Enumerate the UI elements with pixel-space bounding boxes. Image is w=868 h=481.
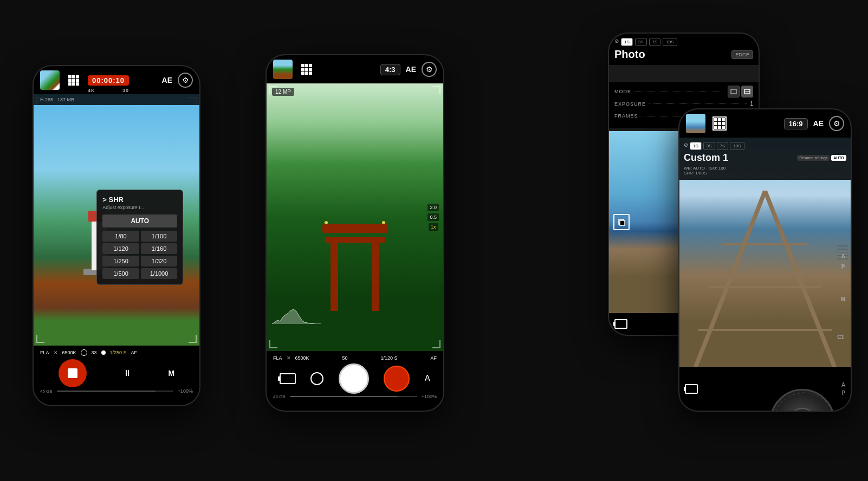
shr-option-3[interactable]: 1/120 <box>102 243 139 254</box>
video-controls-bottom: FLA ✕ 6500K 33 1/250 S AF ⏸ M <box>34 346 199 405</box>
timer-7s-btn[interactable]: 7S <box>649 38 661 46</box>
frame-icon-3[interactable] <box>614 319 627 329</box>
codec-text: H.265 <box>40 97 53 102</box>
mode-icons <box>728 86 753 98</box>
zoom-val-1[interactable]: 2.0 <box>427 204 439 211</box>
bottom-info-bar-1: FLA ✕ 6500K 33 1/250 S AF <box>34 346 199 360</box>
zoom-val-active[interactable]: 1x <box>429 223 438 231</box>
shr-option-5[interactable]: 1/250 <box>102 256 139 266</box>
record-button-1[interactable] <box>59 359 87 387</box>
storage-text-1: 45 GB <box>40 389 53 394</box>
grid-toggle-4[interactable] <box>711 115 728 132</box>
interval-header: ⊘ 1S 3S 7S 10S Photo EDGE <box>609 34 759 65</box>
photo-controls-bottom: FLA ✕ 6500K 50 1/120 S AF A <box>267 351 443 411</box>
thumbnail-preview-1[interactable] <box>40 70 60 90</box>
mode-label-c1: C1 <box>837 334 844 340</box>
c-timer-7s[interactable]: 7S <box>717 142 729 150</box>
main-scene: 00:00:10 4K 30 AE ⚙ H.265 137 MB <box>0 0 868 481</box>
shr-auto-btn[interactable]: AUTO <box>102 214 177 227</box>
shr-option-6[interactable]: 1/320 <box>141 256 178 266</box>
wb-label-2: 6500K <box>295 355 309 361</box>
interval-null-icon[interactable]: ⊘ <box>614 38 619 46</box>
storage-bar-1: 45 GB +100% <box>34 387 199 395</box>
ae-button-1[interactable]: AE <box>162 76 172 84</box>
photo-action-icons: A <box>267 365 443 392</box>
viewfinder-2[interactable]: 12 MP 2.0 0.5 1x <box>267 83 443 351</box>
right-labels: A P <box>841 382 845 396</box>
main-dial-wheel[interactable] <box>770 389 835 411</box>
vf2-corner-tr <box>432 86 441 94</box>
shr-option-7[interactable]: 1/500 <box>102 268 139 279</box>
shr-option-8[interactable]: 1/1000 <box>141 268 178 279</box>
resume-badge[interactable]: Resume settings <box>797 155 830 161</box>
shr-option-1[interactable]: 1/80 <box>102 231 139 242</box>
storage-text-2: 45 GB <box>273 394 286 399</box>
interval-title-row: Photo EDGE <box>614 48 753 61</box>
iso-label-2: 50 <box>342 355 348 361</box>
thumbnail-preview-2[interactable] <box>273 60 293 79</box>
vf2-corner-tl <box>269 86 277 94</box>
interval-title: Photo <box>614 48 645 61</box>
vf2-corner-bl <box>269 340 277 348</box>
mode-m-button-1[interactable]: M <box>169 369 175 378</box>
exposure-label: EXPOSURE <box>614 101 646 107</box>
c-timer-1s[interactable]: 1S <box>690 142 702 150</box>
focus-dot-1 <box>325 221 328 224</box>
photo-header: 4:3 AE ⚙ <box>267 55 443 83</box>
mode-label: MODE <box>614 89 631 94</box>
histogram-container <box>272 305 321 324</box>
zoom-val-2[interactable]: 0.5 <box>427 213 439 221</box>
right-label-a: A <box>841 382 845 388</box>
c-timer-10s[interactable]: 10S <box>730 142 744 150</box>
shutter-label-2: 1/120 S <box>381 355 398 361</box>
timer-3s-btn[interactable]: 3S <box>635 38 647 46</box>
custom-title: Custom 1 <box>684 152 728 164</box>
record-button-2[interactable] <box>384 366 410 392</box>
mode-icon-1[interactable] <box>728 86 740 98</box>
grid-toggle-2[interactable] <box>298 61 315 78</box>
pause-button-1[interactable]: ⏸ <box>123 368 132 378</box>
viewfinder-1[interactable]: > SHR Adjust exposure t... AUTO 1/80 1/1… <box>34 94 199 346</box>
timer-10s-btn[interactable]: 10S <box>663 38 677 46</box>
storage-plus-1: +100% <box>178 388 193 394</box>
settings-button-1[interactable]: ⚙ <box>178 73 193 88</box>
compass-icon[interactable] <box>310 372 323 385</box>
mode-icon-2[interactable] <box>741 86 753 98</box>
thumbnail-preview-4[interactable] <box>686 114 705 133</box>
edge-badge: EDGE <box>731 50 753 59</box>
ae-button-4[interactable]: AE <box>813 119 824 128</box>
frame-mode-icon[interactable] <box>280 373 296 384</box>
storage-fill-2 <box>290 396 398 397</box>
right-label-p: P <box>841 390 845 396</box>
ae-button-2[interactable]: AE <box>406 65 416 74</box>
custom-viewfinder[interactable]: ⊘ 1S 3S 7S 10S Custom 1 Resume settings … <box>679 138 851 367</box>
shr-option-2[interactable]: 1/100 <box>141 231 178 242</box>
ratio-badge-2[interactable]: 4:3 <box>380 64 400 75</box>
copy-icon-overlay[interactable] <box>613 214 630 230</box>
settings-button-4[interactable]: ⚙ <box>829 116 844 131</box>
shr-options-grid: 1/80 1/100 1/120 1/160 1/250 1/320 1/500… <box>102 231 177 279</box>
exposure-labels: A P <box>841 253 845 270</box>
af-label-2: AF <box>431 355 437 361</box>
frames-label: FRAMES <box>614 113 638 119</box>
grid-toggle-1[interactable] <box>65 72 82 89</box>
custom-title-row: Custom 1 Resume settings AUTO <box>684 152 846 164</box>
storage-plus-2: +100% <box>422 394 437 399</box>
settings-button-2[interactable]: ⚙ <box>422 62 437 77</box>
storage-fill-1 <box>57 391 156 392</box>
mode-a-button-2[interactable]: A <box>425 374 431 384</box>
timer-1s-btn[interactable]: 1S <box>621 38 633 46</box>
ratio-badge-4[interactable]: 16:9 <box>784 118 808 129</box>
volume-btn-4a[interactable] <box>851 174 852 196</box>
shutter-button-2[interactable] <box>339 363 369 394</box>
frame-icon-4[interactable] <box>685 384 698 394</box>
volume-btn-4b[interactable] <box>851 202 852 223</box>
shr-option-4[interactable]: 1/160 <box>141 243 178 254</box>
c-timer-3s[interactable]: 3S <box>703 142 715 150</box>
custom-header: 16:9 AE ⚙ <box>679 109 851 138</box>
exposure-dots <box>649 103 747 104</box>
phone-video: 00:00:10 4K 30 AE ⚙ H.265 137 MB <box>33 65 200 406</box>
custom-null-icon[interactable]: ⊘ <box>684 142 688 150</box>
auto-badge[interactable]: AUTO <box>831 155 846 161</box>
phone-photo: 4:3 AE ⚙ 12 MP <box>265 54 444 412</box>
